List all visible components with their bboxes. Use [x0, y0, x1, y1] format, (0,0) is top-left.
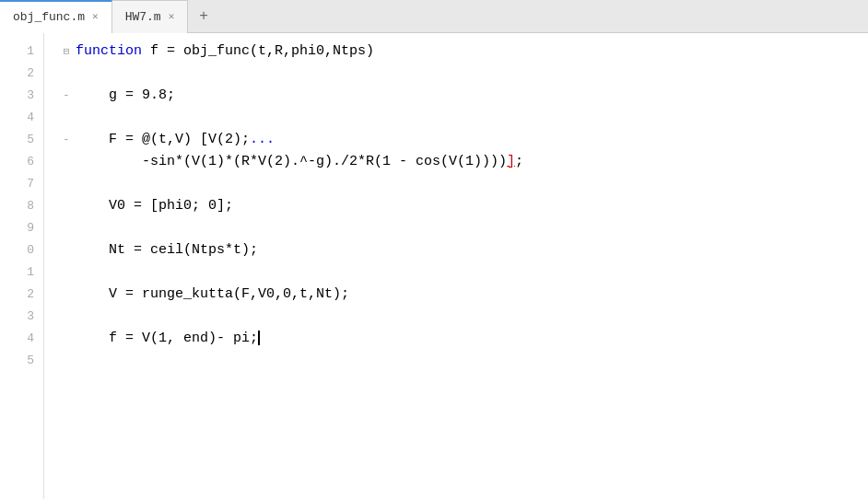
tab-label-hw7: HW7.m [125, 10, 161, 24]
code-line-6-main: -sin*(V(1)*(R*V(2).^-g)./2*R(1 - cos(V(1… [76, 151, 507, 173]
fold-icon-7 [59, 177, 74, 191]
line-num-15: 5 [0, 350, 43, 372]
line-num-12: 2 [0, 284, 43, 306]
fold-icon-8 [59, 199, 74, 214]
line-num-6: 6 [0, 151, 43, 173]
code-line-10: Nt = ceil(Ntps*t); [59, 239, 868, 261]
dash-5: - [59, 129, 74, 151]
tab-hw7[interactable]: HW7.m ✕ [112, 0, 189, 33]
line-num-13: 3 [0, 306, 43, 328]
code-line-12: V = runge_kutta(F,V0,0,t,Nt); [59, 284, 868, 306]
code-line-15 [59, 350, 868, 372]
line-num-14: 4 [0, 328, 43, 350]
fold-icon-6 [59, 155, 74, 169]
code-line-4 [59, 107, 868, 129]
code-line-14: f = V(1, end)- pi; [59, 328, 868, 350]
code-line-1: ⊟ function f = obj_func(t,R,phi0,Ntps) [59, 41, 868, 63]
code-line-9 [59, 217, 868, 239]
line-num-10: 0 [0, 239, 43, 261]
tab-obj-func[interactable]: obj_func.m ✕ [0, 0, 112, 33]
code-line-2 [59, 63, 868, 85]
code-line-6-semi: ; [515, 151, 523, 173]
tab-close-obj-func[interactable]: ✕ [92, 12, 99, 22]
code-line-1-rest: f = obj_func(t,R,phi0,Ntps) [142, 41, 374, 63]
code-line-5-dots: ... [250, 129, 275, 151]
fold-icon-14 [59, 331, 74, 346]
fold-icon-10 [59, 243, 74, 258]
fold-icon-4 [59, 110, 74, 125]
code-line-11 [59, 261, 868, 284]
fold-icon-9 [59, 221, 74, 236]
line-num-2: 2 [0, 63, 43, 85]
line-num-1: 1 [0, 41, 43, 63]
keyword-function: function [76, 41, 142, 63]
tab-label-obj-func: obj_func.m [13, 10, 85, 24]
code-line-5: - F = @(t,V) [V(2);... [59, 129, 868, 151]
code-line-7 [59, 173, 868, 195]
code-area[interactable]: ⊟ function f = obj_func(t,R,phi0,Ntps) -… [44, 33, 868, 499]
code-line-14-content: f = V(1, end)- pi; [76, 328, 260, 350]
tab-close-hw7[interactable]: ✕ [169, 12, 175, 22]
line-num-9: 9 [0, 217, 43, 239]
editor-body: 1 2 3 4 5 6 7 8 9 0 1 2 3 4 5 ⊟ function… [0, 33, 868, 499]
fold-icon-13 [59, 309, 74, 324]
line-num-4: 4 [0, 107, 43, 129]
line-num-7: 7 [0, 173, 43, 195]
tab-add-button[interactable]: + [188, 0, 219, 33]
code-line-5-main: F = @(t,V) [V(2); [76, 129, 250, 151]
code-line-8: V0 = [phi0; 0]; [59, 195, 868, 217]
code-line-6-bracket: ] [507, 151, 515, 173]
code-line-6: -sin*(V(1)*(R*V(2).^-g)./2*R(1 - cos(V(1… [59, 151, 868, 173]
fold-icon-12 [59, 287, 74, 302]
code-line-3-content: g = 9.8; [76, 85, 175, 107]
fold-icon-15 [59, 354, 74, 368]
dash-3: - [59, 85, 74, 107]
fold-icon-11 [59, 265, 74, 280]
line-num-5: 5 [0, 129, 43, 151]
code-line-13 [59, 306, 868, 328]
editor-container: obj_func.m ✕ HW7.m ✕ + 1 2 3 4 5 6 7 8 9… [0, 0, 868, 499]
line-num-3: 3 [0, 85, 43, 107]
fold-icon-1[interactable]: ⊟ [59, 44, 74, 59]
code-line-10-content: Nt = ceil(Ntps*t); [76, 239, 258, 261]
code-line-3: - g = 9.8; [59, 85, 868, 107]
tab-bar: obj_func.m ✕ HW7.m ✕ + [0, 0, 868, 33]
line-num-8: 8 [0, 195, 43, 217]
code-line-8-content: V0 = [phi0; 0]; [76, 195, 233, 217]
line-num-11: 1 [0, 261, 43, 284]
code-line-12-content: V = runge_kutta(F,V0,0,t,Nt); [76, 284, 349, 306]
fold-icon-2 [59, 66, 74, 81]
line-numbers: 1 2 3 4 5 6 7 8 9 0 1 2 3 4 5 [0, 33, 44, 499]
